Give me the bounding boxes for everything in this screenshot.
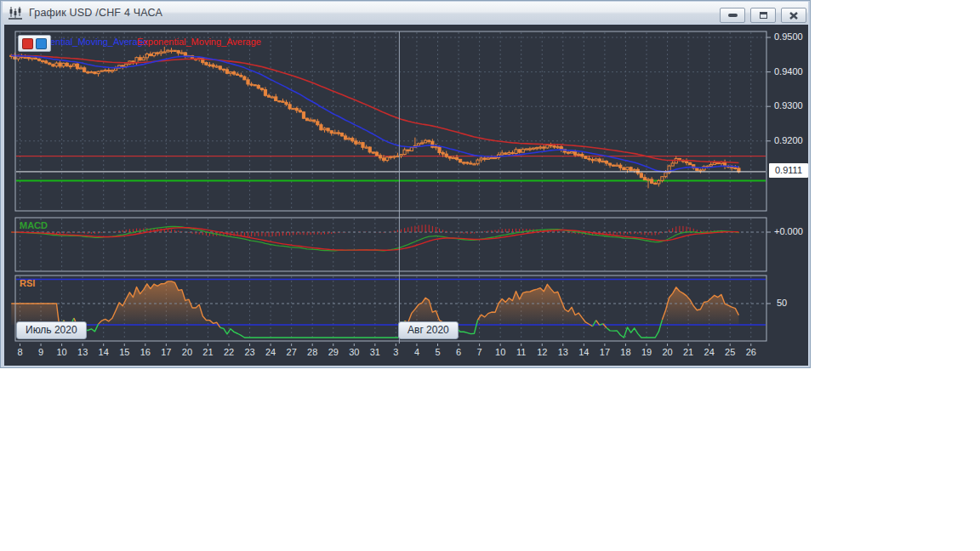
title-bar[interactable]: График USD /CHF 4 ЧАСА — [3, 2, 808, 24]
time-tick-label: 11 — [511, 347, 532, 357]
rsi-panel-label: RSI — [20, 278, 35, 288]
time-tick-label: 19 — [636, 347, 657, 357]
time-tick-label: 25 — [720, 347, 740, 357]
time-tick-label: 6 — [448, 347, 469, 357]
time-tick-label: 17 — [156, 347, 176, 357]
time-tick-label: 23 — [240, 347, 260, 357]
time-tick-label: 8 — [10, 347, 31, 357]
time-tick-label: 28 — [302, 347, 322, 357]
time-tick-label: 3 — [385, 347, 406, 357]
window-title: График USD /CHF 4 ЧАСА — [29, 7, 162, 19]
minimize-button[interactable] — [720, 8, 745, 23]
minimize-icon — [728, 14, 738, 17]
time-tick-label: 22 — [219, 347, 239, 357]
time-tick-label: 4 — [407, 347, 427, 357]
ema-slow-legend-label: Exponential_Moving_Average — [137, 37, 261, 47]
time-tick-label: 20 — [658, 347, 678, 357]
time-tick-label: 29 — [323, 347, 344, 357]
time-tick-label: 18 — [615, 347, 635, 357]
time-tick-label: 17 — [595, 347, 615, 357]
candlestick-chart-icon — [8, 6, 23, 20]
time-tick-label: 13 — [72, 347, 93, 357]
time-tick-label: 21 — [197, 347, 218, 357]
time-tick-label: 7 — [470, 347, 490, 357]
indicator-legend-button[interactable] — [18, 35, 51, 52]
time-tick-label: 5 — [428, 347, 448, 357]
time-tick-label: 10 — [52, 347, 72, 357]
time-tick-label: 14 — [573, 347, 594, 357]
close-icon — [789, 12, 798, 20]
current-price-tag: 0.9111 — [769, 163, 808, 178]
red-swatch-icon — [22, 38, 33, 49]
rsi-fifty-axis-label: 50 — [777, 298, 787, 308]
time-tick-label: 12 — [532, 347, 552, 357]
blue-swatch-icon — [36, 38, 47, 49]
close-button[interactable] — [781, 8, 806, 23]
month-badge-august[interactable]: Авг 2020 — [398, 321, 459, 339]
price-tick-label: 0.9300 — [774, 100, 803, 111]
time-tick-label: 9 — [31, 347, 51, 357]
time-tick-label: 21 — [678, 347, 698, 357]
time-tick-label: 14 — [94, 347, 114, 357]
page: График USD /CHF 4 ЧАСА ential_Moving_Ave… — [0, 0, 980, 551]
chart-client-area[interactable]: ential_Moving_Average Exponential_Moving… — [4, 25, 808, 366]
time-tick-label: 20 — [177, 347, 197, 357]
restore-button[interactable] — [750, 8, 776, 23]
chart-window: График USD /CHF 4 ЧАСА ential_Moving_Ave… — [0, 0, 811, 368]
macd-zero-axis-label: +0.000 — [774, 226, 803, 236]
chart-canvas[interactable] — [4, 25, 808, 366]
time-tick-label: 26 — [741, 347, 761, 357]
time-tick-label: 10 — [490, 347, 510, 357]
macd-panel-label: MACD — [20, 220, 48, 230]
time-tick-label: 24 — [699, 347, 720, 357]
price-tick-label: 0.9400 — [774, 66, 803, 77]
time-tick-label: 16 — [135, 347, 156, 357]
time-tick-label: 30 — [344, 347, 364, 357]
window-controls — [720, 8, 806, 23]
time-tick-label: 27 — [282, 347, 302, 357]
month-badge-july[interactable]: Июль 2020 — [16, 321, 87, 339]
time-tick-label: 15 — [114, 347, 134, 357]
time-tick-label: 31 — [365, 347, 385, 357]
time-tick-label: 24 — [260, 347, 281, 357]
time-tick-label: 13 — [553, 347, 573, 357]
restore-icon — [760, 12, 767, 19]
ema-fast-legend-label: ential_Moving_Average — [50, 37, 148, 47]
price-tick-label: 0.9200 — [774, 135, 803, 145]
price-tick-label: 0.9500 — [774, 31, 803, 42]
